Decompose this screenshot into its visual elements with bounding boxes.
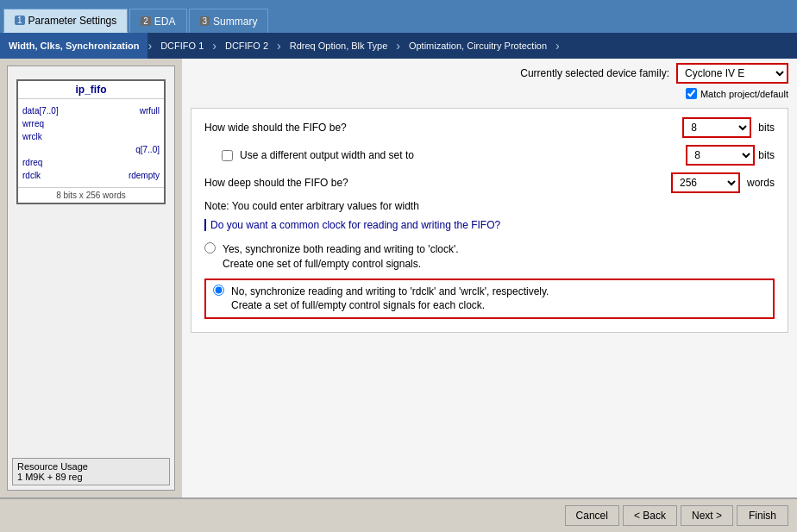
device-family-label: Currently selected device family:	[520, 67, 669, 79]
port-q: q[7..0]	[129, 145, 160, 154]
radio-option1-line1: Yes, synchronize both reading and writin…	[223, 242, 459, 257]
port-wrclk: wrclk	[22, 132, 59, 141]
radio-option1-line2: Create one set of full/empty control sig…	[223, 257, 459, 272]
ports-right: wrfull q[7..0] rdempty	[129, 106, 160, 180]
port-rdclk: rdclk	[22, 171, 59, 180]
cancel-button[interactable]: Cancel	[565, 505, 619, 526]
port-spacer2	[129, 119, 160, 128]
port-rdreq: rdreq	[22, 158, 59, 167]
resource-value: 1 M9K + 89 reg	[17, 472, 165, 482]
match-project-label: Match project/default	[700, 89, 788, 99]
different-width-label: Use a different output width and set to	[240, 149, 682, 161]
radio-option1-row: Yes, synchronize both reading and writin…	[204, 242, 775, 272]
width-row: How wide should the FIFO be? 8 16 32 bit…	[204, 117, 775, 138]
breadcrumb-dcfifo2[interactable]: DCFIFO 2	[217, 33, 277, 59]
finish-button[interactable]: Finish	[737, 505, 788, 526]
radio-option2-line2: Create a set of full/empty control signa…	[231, 298, 549, 313]
port-wrfull: wrfull	[129, 106, 160, 116]
depth-select[interactable]: 256 512 1024	[671, 172, 740, 193]
breadcrumb-label-2: DCFIFO 1	[160, 41, 204, 51]
port-spacer4	[129, 158, 160, 167]
width-unit: bits	[758, 122, 775, 134]
next-button[interactable]: Next >	[681, 505, 733, 526]
radio-option1[interactable]	[204, 242, 216, 253]
left-panel: ip_fifo data[7..0] wrreq wrclk rdreq rdc…	[7, 66, 175, 491]
depth-row: How deep should the FIFO be? 256 512 102…	[204, 172, 775, 193]
form-section: How wide should the FIFO be? 8 16 32 bit…	[191, 108, 788, 333]
tab-number-1: 1	[15, 16, 25, 25]
tab-label-1: Parameter Settings	[28, 15, 117, 27]
depth-unit: words	[747, 177, 775, 189]
different-width-row: Use a different output width and set to …	[222, 145, 775, 166]
tab-summary[interactable]: 3 Summary	[189, 9, 269, 33]
ports-left: data[7..0] wrreq wrclk rdreq rdclk	[22, 106, 59, 180]
top-tabs: 1 Parameter Settings 2 EDA 3 Summary	[0, 0, 797, 33]
tab-label-3: Summary	[213, 16, 257, 28]
radio-option2[interactable]	[213, 285, 224, 296]
port-spacer3	[129, 132, 160, 141]
device-family-row: Currently selected device family: Cyclon…	[191, 63, 788, 84]
resource-usage: Resource Usage 1 M9K + 89 reg	[12, 458, 170, 485]
radio-option1-text: Yes, synchronize both reading and writin…	[223, 242, 459, 272]
component-body: data[7..0] wrreq wrclk rdreq rdclk wrful…	[18, 99, 164, 187]
bottom-bar: Cancel < Back Next > Finish	[0, 498, 797, 532]
breadcrumb-optimization[interactable]: Optimization, Circuitry Protection	[400, 33, 555, 59]
component-title: ip_fifo	[18, 81, 164, 99]
resource-title: Resource Usage	[17, 461, 165, 472]
port-spacer	[22, 145, 59, 154]
back-button[interactable]: < Back	[623, 505, 677, 526]
component-diagram: ip_fifo data[7..0] wrreq wrclk rdreq rdc…	[16, 79, 166, 204]
radio-option2-row: No, synchronize reading and writing to '…	[204, 279, 775, 320]
different-width-checkbox[interactable]	[222, 150, 233, 161]
tab-number-2: 2	[141, 16, 151, 26]
breadcrumb-label-4: Rdreq Option, Blk Type	[290, 41, 388, 51]
port-wrreq: wrreq	[22, 119, 59, 128]
radio-option2-line1: No, synchronize reading and writing to '…	[231, 285, 549, 299]
port-data: data[7..0]	[22, 106, 59, 116]
port-rdempty: rdempty	[129, 171, 160, 180]
breadcrumb-width[interactable]: Width, Clks, Synchronization	[0, 33, 147, 59]
breadcrumb-label-3: DCFIFO 2	[225, 41, 268, 51]
main-content: ip_fifo data[7..0] wrreq wrclk rdreq rdc…	[0, 59, 797, 498]
radio-section: Yes, synchronize both reading and writin…	[204, 238, 775, 323]
breadcrumb-nav: Width, Clks, Synchronization › DCFIFO 1 …	[0, 33, 797, 59]
device-family-select[interactable]: Cyclone IV E Cyclone V Stratix IV	[676, 63, 788, 84]
clock-section-label: Do you want a common clock for reading a…	[204, 219, 775, 231]
tab-eda[interactable]: 2 EDA	[129, 9, 186, 33]
tab-label-2: EDA	[154, 16, 176, 28]
tab-number-3: 3	[200, 16, 210, 26]
radio-option2-text: No, synchronize reading and writing to '…	[231, 285, 549, 314]
breadcrumb-dcfifo1[interactable]: DCFIFO 1	[152, 33, 212, 59]
tab-parameter-settings[interactable]: 1 Parameter Settings	[3, 9, 128, 33]
right-panel: Currently selected device family: Cyclon…	[182, 59, 797, 498]
breadcrumb-label-1: Width, Clks, Synchronization	[9, 41, 139, 51]
match-project-row: Match project/default	[191, 88, 788, 99]
match-project-checkbox[interactable]	[686, 88, 697, 99]
breadcrumb-rdreq[interactable]: Rdreq Option, Blk Type	[281, 33, 397, 59]
width-select[interactable]: 8 16 32	[682, 117, 751, 138]
breadcrumb-label-5: Optimization, Circuitry Protection	[409, 41, 547, 51]
note-text: Note: You could enter arbitrary values f…	[204, 200, 775, 212]
depth-label: How deep should the FIFO be?	[204, 177, 664, 189]
different-width-select[interactable]: 8 16 32	[686, 145, 755, 166]
component-footer: 8 bits x 256 words	[18, 187, 164, 203]
width-label: How wide should the FIFO be?	[204, 122, 675, 134]
breadcrumb-arrow-5: ›	[555, 39, 560, 53]
different-width-unit: bits	[758, 149, 775, 161]
resource-box: Resource Usage 1 M9K + 89 reg	[12, 458, 170, 485]
